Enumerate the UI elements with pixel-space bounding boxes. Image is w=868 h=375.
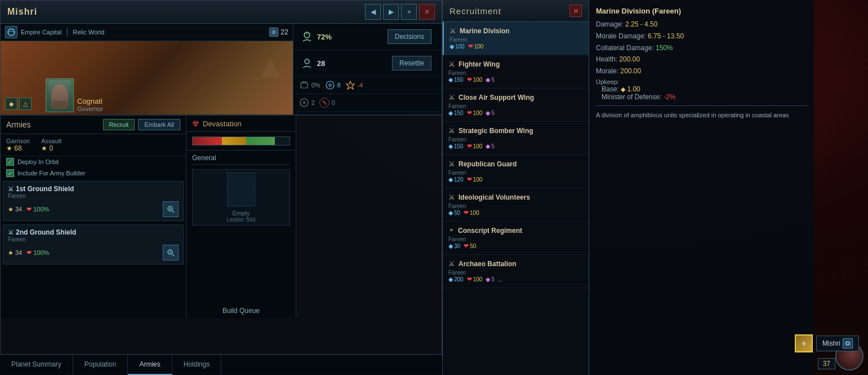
deploy-orbit-checkbox[interactable]: ✓ <box>6 158 14 166</box>
mineral-cost-4: ◆ 120 <box>448 176 464 183</box>
tab-population[interactable]: Population <box>73 355 128 375</box>
army-item-1[interactable]: ⚔ 2nd Ground Shield Fareen ★ 34 ❤ 100% <box>3 224 184 264</box>
user-name-badge: Mishri <box>816 336 859 351</box>
tab-planet-summary[interactable]: Planet Summary <box>0 355 73 375</box>
strength-icon-1: ★ <box>8 249 14 257</box>
energy-cost-4: ❤ 100 <box>467 176 483 183</box>
decisions-button[interactable]: Decisions <box>388 29 431 44</box>
unit-item-2[interactable]: ⚔ Close Air Support Wing Fareen ◆ 150 ❤ … <box>443 89 589 122</box>
info-unit-name: Marine Division (Fareen) <box>596 7 807 15</box>
upkeep-label: Upkeep: <box>596 78 807 85</box>
morale-label: Morale: <box>596 67 620 75</box>
general-title: General <box>192 154 290 165</box>
unit-type-icon-6: ⚬ <box>448 226 455 235</box>
pop-count-icon <box>299 55 315 71</box>
embark-all-button[interactable]: Embark All <box>138 119 180 130</box>
garrison-row: Garrison ★ 68 Assault ★ 0 <box>1 134 186 156</box>
devastation-title: Devastation <box>203 120 242 128</box>
extra-pop-stat: 2 <box>299 98 315 108</box>
mineral-cost-2: ◆ 150 <box>448 109 464 117</box>
devastation-bar-container <box>186 132 296 151</box>
tab-holdings[interactable]: Holdings <box>172 355 222 375</box>
mineral-icon-0: ◆ <box>449 43 454 50</box>
mineral-icon-5: ◆ <box>448 209 453 217</box>
unit-type-icon-3: ⚔ <box>448 126 455 135</box>
include-army-builder-checkbox[interactable]: ✓ <box>6 169 14 177</box>
pop-count-value: 28 <box>317 59 325 68</box>
unit-costs-0: ◆ 100 ❤ 100 <box>449 43 583 50</box>
extra-stats-row: 2 0 <box>293 94 442 112</box>
upkeep-base-row: Base: ◆ 1.00 <box>596 85 807 93</box>
mineral-icon-7: ◆ <box>448 276 453 283</box>
recruit-button[interactable]: Recruit <box>103 119 135 130</box>
unit-type-icon-2: ⚔ <box>448 93 455 102</box>
unit-item-6[interactable]: ⚬ Conscript Regiment Fareen ◆ 30 ❤ 50 <box>443 222 589 255</box>
unit-name-row-4: ⚔ Republican Guard <box>448 160 583 168</box>
energy-icon-0: ❤ <box>468 43 473 50</box>
influence-cost-7: ◆ 5 <box>486 276 495 283</box>
energy-cost-3: ❤ 100 <box>467 143 483 150</box>
assault-value: ★ 0 <box>41 144 61 152</box>
amenities-value: -4 <box>358 82 363 89</box>
army-item-0[interactable]: ⚔ 1st Ground Shield Fareen ★ 34 ❤ 100% <box>3 181 184 221</box>
influence-icon-2: ◆ <box>486 109 490 117</box>
general-slot[interactable]: Empty Leader Slot <box>192 169 290 226</box>
deploy-orbit-row[interactable]: ✓ Deploy In Orbit <box>1 156 186 167</box>
damage-label: Damage: <box>596 20 625 28</box>
unit-type-icon-0: ⚔ <box>449 27 456 35</box>
info-morale-row: Morale: 200.00 <box>596 67 807 76</box>
mineral-icon-2: ◆ <box>448 109 453 117</box>
army-health-0: ❤ 100% <box>26 206 49 213</box>
unit-item-4[interactable]: ⚔ Republican Guard Fareen ◆ 120 ❤ 100 <box>443 155 589 188</box>
nav-next-button[interactable]: ▶ <box>383 4 399 20</box>
resettle-button[interactable]: Resettle <box>392 56 431 70</box>
planet-tags-bar: Empire Capital | Relic World 22 <box>1 24 293 41</box>
user-flag-icon <box>843 338 853 348</box>
unit-name-row-0: ⚔ Marine Division <box>449 27 583 35</box>
unit-item-7[interactable]: ⚔ Archaeo Battalion Fareen ◆ 200 ❤ 100 ◆ <box>443 255 589 288</box>
extra-col-stat: 0 <box>319 98 335 108</box>
influence-icon-3: ◆ <box>486 143 490 150</box>
army-magnify-0[interactable] <box>163 201 179 217</box>
nav-prev-button[interactable]: ◀ <box>365 4 381 20</box>
devastation-header: ☢ Devastation <box>186 116 296 132</box>
relic-world-tag: Relic World <box>73 29 104 36</box>
resettle-area: Resettle <box>388 54 436 73</box>
influence-cost-2: ◆ 5 <box>486 109 495 117</box>
pop-count-row: 28 Resettle <box>293 50 442 77</box>
collateral-label: Collateral Damage: <box>596 44 656 52</box>
energy-icon-3: ❤ <box>467 143 472 150</box>
include-army-builder-label: Include For Army Builder <box>17 170 85 177</box>
build-queue-title: Build Queue <box>192 307 290 315</box>
governor-title: Governor <box>77 105 103 112</box>
planet-image: ▲ ◆ △ <box>1 41 293 114</box>
collateral-value: 150% <box>656 44 673 52</box>
nav-close-button[interactable]: ✕ <box>419 4 435 20</box>
governor-name: Cognati <box>77 97 103 105</box>
unit-type-icon-5: ⚔ <box>448 193 455 201</box>
bottom-section: Armies Recruit Embark All Garrison ★ 68 <box>1 115 442 318</box>
army-strength-0: ★ 34 <box>8 206 22 213</box>
unit-costs-2: ◆ 150 ❤ 100 ◆ 5 <box>448 109 583 117</box>
nav-target-button[interactable]: ⌖ <box>401 4 417 20</box>
assault-stat: Assault ★ 0 <box>41 138 61 152</box>
info-health-row: Health: 200.00 <box>596 55 807 64</box>
mineral-cost-0: ◆ 100 <box>449 43 465 50</box>
army-magnify-1[interactable] <box>163 245 179 261</box>
energy-icon-4: ❤ <box>467 176 472 183</box>
include-army-builder-row[interactable]: ✓ Include For Army Builder <box>1 167 186 179</box>
morale-value: 200.00 <box>620 67 641 75</box>
unit-item-3[interactable]: ⚔ Strategic Bomber Wing Fareen ◆ 150 ❤ 1… <box>443 122 589 155</box>
unit-item-0[interactable]: ⚔ Marine Division Fareen ◆ 100 ❤ 100 <box>443 22 589 55</box>
energy-cost-1: ❤ 100 <box>467 76 483 83</box>
garrison-stat: Garrison ★ 68 <box>6 138 30 152</box>
influence-icon-1: ◆ <box>486 76 490 83</box>
unit-item-1[interactable]: ⚔ Fighter Wing Fareen ◆ 150 ❤ 100 ◆ 5 <box>443 55 589 89</box>
info-morale-damage-row: Morale Damage: 6.75 - 13.50 <box>596 32 807 41</box>
unit-name-row-3: ⚔ Strategic Bomber Wing <box>448 126 583 135</box>
stability-value: 8 <box>337 82 341 89</box>
tab-armies[interactable]: Armies <box>128 355 172 375</box>
secondary-stats-row: 0% 8 -4 <box>293 77 442 94</box>
unit-item-5[interactable]: ⚔ Ideological Volunteers Fareen ◆ 50 ❤ 1… <box>443 188 589 222</box>
recruitment-close-button[interactable]: ✕ <box>569 5 582 17</box>
